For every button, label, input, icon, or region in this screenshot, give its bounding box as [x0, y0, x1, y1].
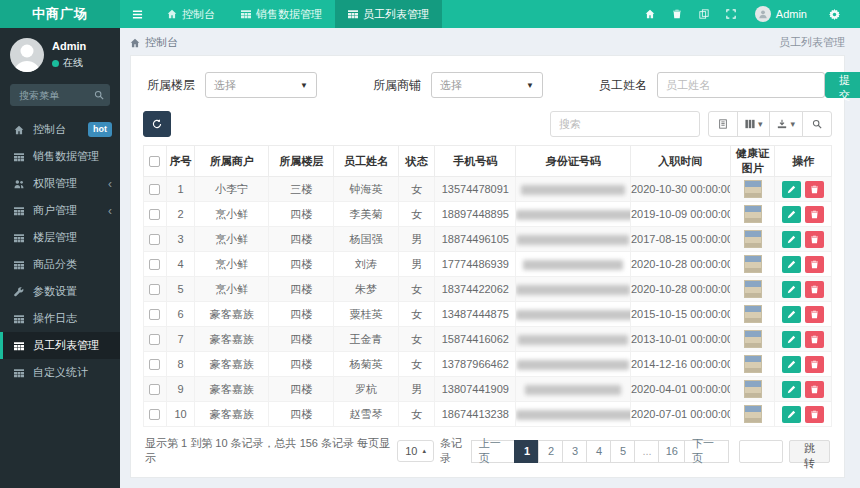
user-menu[interactable]: Admin [776, 8, 807, 20]
col-merchant[interactable]: 所属商户 [195, 146, 269, 177]
health-cert-thumbnail[interactable] [744, 355, 762, 373]
edit-button[interactable] [782, 381, 801, 398]
edit-button[interactable] [782, 281, 801, 298]
row-checkbox[interactable] [149, 184, 160, 195]
sidebar-item[interactable]: 控制台hot [0, 116, 120, 143]
delete-button[interactable] [805, 206, 824, 223]
page-button[interactable]: 16 [658, 440, 685, 463]
col-status[interactable]: 状态 [398, 146, 434, 177]
row-checkbox[interactable] [149, 409, 160, 420]
avatar[interactable] [755, 6, 771, 22]
jump-button[interactable]: 跳转 [789, 440, 830, 463]
row-checkbox[interactable] [149, 209, 160, 220]
edit-button[interactable] [782, 306, 801, 323]
row-checkbox[interactable] [149, 384, 160, 395]
delete-button[interactable] [805, 181, 824, 198]
health-cert-thumbnail[interactable] [744, 305, 762, 323]
col-idcard[interactable]: 身份证号码 [516, 146, 631, 177]
sidebar-item[interactable]: 商户管理‹ [0, 197, 120, 224]
row-checkbox[interactable] [149, 309, 160, 320]
delete-button[interactable] [805, 356, 824, 373]
copy-pages-icon[interactable] [691, 9, 718, 19]
sidebar-item[interactable]: 员工列表管理 [0, 332, 120, 359]
columns-button[interactable]: ▾ [737, 111, 771, 137]
row-checkbox[interactable] [149, 359, 160, 370]
tab-console[interactable]: 控制台 [154, 0, 228, 28]
sidebar-item[interactable]: 操作日志 [0, 305, 120, 332]
tab-sales-data[interactable]: 销售数据管理 [228, 0, 335, 28]
sidebar-item-label: 自定义统计 [33, 365, 88, 380]
delete-button[interactable] [805, 406, 824, 423]
sidebar-item[interactable]: 自定义统计 [0, 359, 120, 386]
jump-page-input[interactable] [739, 440, 783, 463]
delete-button[interactable] [805, 231, 824, 248]
col-health-cert[interactable]: 健康证图片 [730, 146, 775, 177]
delete-button[interactable] [805, 381, 824, 398]
search-icon[interactable] [94, 90, 104, 100]
edit-button[interactable] [782, 356, 801, 373]
health-cert-thumbnail[interactable] [744, 380, 762, 398]
shop-select[interactable]: 选择 ▼ [431, 72, 543, 98]
health-cert-thumbnail[interactable] [744, 180, 762, 198]
sidebar-item[interactable]: 商品分类 [0, 251, 120, 278]
delete-button[interactable] [805, 281, 824, 298]
breadcrumb-home[interactable]: 控制台 [145, 35, 178, 50]
page-button[interactable]: 3 [562, 440, 587, 463]
row-checkbox[interactable] [149, 284, 160, 295]
col-floor[interactable]: 所属楼层 [269, 146, 334, 177]
sidebar-item[interactable]: 销售数据管理 [0, 143, 120, 170]
edit-button[interactable] [782, 181, 801, 198]
trash-icon[interactable] [664, 9, 691, 19]
col-joined[interactable]: 入职时间 [630, 146, 730, 177]
page-button[interactable]: 2 [538, 440, 563, 463]
page-button[interactable]: 4 [586, 440, 611, 463]
sidebar-toggle-icon[interactable] [120, 0, 154, 28]
edit-button[interactable] [782, 231, 801, 248]
settings-gear-icon[interactable] [821, 9, 848, 20]
row-checkbox[interactable] [149, 334, 160, 345]
sidebar-item[interactable]: 参数设置 [0, 278, 120, 305]
export-button[interactable]: ▾ [769, 111, 803, 137]
edit-button[interactable] [782, 206, 801, 223]
sidebar-item[interactable]: 楼层管理 [0, 224, 120, 251]
toggle-view-button[interactable] [708, 111, 738, 137]
floor-select[interactable]: 选择 ▼ [205, 72, 317, 98]
cell-health-cert [730, 252, 775, 277]
submit-button[interactable]: 提交 [825, 72, 860, 98]
edit-button[interactable] [782, 406, 801, 423]
row-checkbox[interactable] [149, 259, 160, 270]
col-no[interactable]: 序号 [166, 146, 194, 177]
employee-name-input[interactable] [657, 72, 825, 98]
col-name[interactable]: 员工姓名 [334, 146, 399, 177]
health-cert-thumbnail[interactable] [744, 280, 762, 298]
table-search-input[interactable] [550, 111, 700, 137]
row-checkbox[interactable] [149, 234, 160, 245]
delete-button[interactable] [805, 306, 824, 323]
tab-employee-list[interactable]: 员工列表管理 [335, 0, 442, 28]
health-cert-thumbnail[interactable] [744, 205, 762, 223]
cell-health-cert [730, 202, 775, 227]
col-phone[interactable]: 手机号码 [435, 146, 516, 177]
edit-button[interactable] [782, 256, 801, 273]
page-size-select[interactable]: 10 ▴ [397, 440, 434, 462]
caret-down-icon: ▼ [300, 81, 308, 90]
health-cert-thumbnail[interactable] [744, 255, 762, 273]
health-cert-thumbnail[interactable] [744, 330, 762, 348]
search-button[interactable] [802, 111, 832, 137]
health-cert-thumbnail[interactable] [744, 230, 762, 248]
cell-health-cert [730, 327, 775, 352]
next-page-button[interactable]: 下一页 [684, 440, 729, 463]
users-icon [14, 179, 26, 189]
refresh-button[interactable] [143, 111, 171, 137]
sidebar-item[interactable]: 权限管理‹ [0, 170, 120, 197]
edit-button[interactable] [782, 331, 801, 348]
prev-page-button[interactable]: 上一页 [471, 440, 516, 463]
select-all-checkbox[interactable] [149, 156, 160, 167]
home-icon[interactable] [637, 9, 664, 19]
delete-button[interactable] [805, 256, 824, 273]
delete-button[interactable] [805, 331, 824, 348]
fullscreen-icon[interactable] [718, 9, 745, 19]
page-button[interactable]: 1 [514, 440, 539, 463]
health-cert-thumbnail[interactable] [744, 405, 762, 423]
page-button[interactable]: 5 [610, 440, 635, 463]
